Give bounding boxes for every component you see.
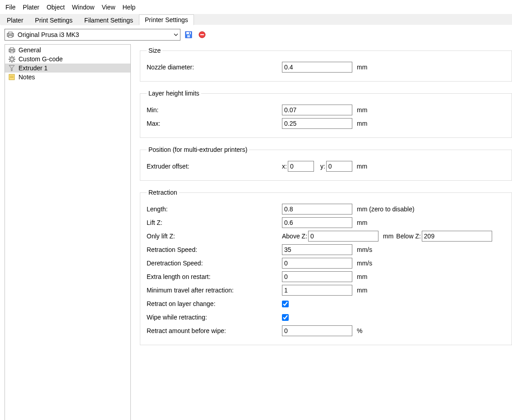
gear-icon (8, 55, 16, 63)
retract-layer-change-checkbox[interactable] (282, 301, 289, 307)
group-layer-height-limits: Layer height limits Min: mm Max: mm (140, 90, 512, 138)
above-z-input[interactable] (308, 231, 378, 242)
unit-label: mm (357, 64, 367, 71)
unit-label: mm/s (357, 260, 372, 267)
menu-object[interactable]: Object (43, 3, 68, 12)
group-legend: Layer height limits (147, 90, 201, 97)
unit-label: mm/s (357, 246, 372, 253)
svg-line-20 (14, 56, 14, 57)
min-travel-label: Minimum travel after retraction: (147, 287, 282, 294)
menu-view[interactable]: View (98, 3, 119, 12)
settings-content: Size Nozzle diameter: mm Layer height li… (131, 42, 512, 420)
svg-rect-5 (187, 35, 190, 37)
menu-bar: File Plater Object Window View Help (0, 0, 512, 14)
below-z-input[interactable] (422, 231, 492, 242)
deretraction-speed-input[interactable] (282, 258, 352, 269)
svg-rect-10 (10, 47, 13, 49)
tab-print-settings[interactable]: Print Settings (29, 15, 78, 25)
extra-length-input[interactable] (282, 271, 352, 282)
svg-point-13 (11, 58, 13, 60)
profile-toolbar: Original Prusa i3 MK3 (0, 25, 512, 42)
menu-window[interactable]: Window (69, 3, 98, 12)
svg-rect-8 (200, 34, 204, 35)
profile-select[interactable]: Original Prusa i3 MK3 (5, 29, 180, 41)
sidebar-item-gcode[interactable]: Custom G-code (5, 55, 130, 64)
retract-layer-change-label: Retract on layer change: (147, 300, 282, 307)
sidebar-item-extruder1[interactable]: Extruder 1 (5, 64, 130, 73)
min-travel-input[interactable] (282, 285, 352, 296)
svg-rect-22 (9, 74, 14, 80)
retract-amount-before-wipe-input[interactable] (282, 325, 352, 336)
unit-label: mm (357, 287, 367, 294)
group-position: Position (for multi-extruder printers) E… (140, 146, 512, 181)
tab-printer-settings[interactable]: Printer Settings (139, 14, 194, 25)
max-input[interactable] (282, 118, 352, 129)
tab-plater[interactable]: Plater (1, 15, 29, 25)
length-label: Length: (147, 205, 282, 213)
svg-line-18 (9, 56, 10, 57)
max-label: Max: (147, 120, 282, 127)
unit-label: mm (357, 219, 367, 226)
tab-strip: Plater Print Settings Filament Settings … (0, 14, 512, 25)
unit-label: mm (357, 120, 367, 127)
sidebar-item-label: Extruder 1 (18, 64, 48, 72)
group-legend: Size (147, 47, 162, 54)
sidebar-item-notes[interactable]: Notes (5, 73, 130, 82)
sidebar-item-label: Notes (18, 73, 35, 81)
svg-rect-2 (9, 36, 12, 37)
svg-rect-4 (186, 32, 191, 34)
nozzle-diameter-label: Nozzle diameter: (147, 64, 282, 71)
profile-name: Original Prusa i3 MK3 (18, 31, 79, 38)
settings-sidebar: General Custom G-code Extruder 1 Notes (5, 44, 131, 420)
wipe-while-retracting-label: Wipe while retracting: (147, 314, 282, 321)
retraction-speed-label: Retraction Speed: (147, 246, 282, 253)
group-retraction: Retraction Length: mm (zero to disable) … (140, 189, 512, 345)
liftz-label: Lift Z: (147, 219, 282, 226)
min-input[interactable] (282, 105, 352, 115)
note-icon (8, 73, 16, 81)
x-label: x: (282, 163, 287, 170)
deretraction-speed-label: Deretraction Speed: (147, 260, 282, 267)
nozzle-diameter-input[interactable] (282, 62, 352, 73)
retraction-speed-input[interactable] (282, 244, 352, 255)
below-z-label: Below Z: (396, 233, 420, 240)
group-legend: Retraction (147, 189, 179, 196)
sidebar-item-label: General (18, 46, 41, 54)
menu-file[interactable]: File (2, 3, 19, 12)
group-legend: Position (for multi-extruder printers) (147, 146, 249, 153)
svg-line-19 (14, 61, 14, 62)
minus-circle-icon (198, 31, 206, 38)
offset-y-input[interactable] (326, 161, 352, 172)
length-input[interactable] (282, 204, 352, 215)
printer-icon (7, 32, 14, 38)
group-size: Size Nozzle diameter: mm (140, 47, 512, 82)
sidebar-item-general[interactable]: General (5, 46, 130, 55)
above-z-label: Above Z: (282, 233, 307, 240)
tab-filament-settings[interactable]: Filament Settings (78, 15, 139, 25)
wipe-while-retracting-checkbox[interactable] (282, 314, 289, 321)
min-label: Min: (147, 106, 282, 114)
save-button[interactable] (183, 29, 194, 40)
funnel-icon (8, 64, 16, 72)
menu-plater[interactable]: Plater (19, 3, 43, 12)
floppy-disk-icon (185, 31, 192, 38)
extruder-offset-label: Extruder offset: (147, 163, 282, 170)
offset-x-input[interactable] (288, 161, 314, 172)
svg-rect-11 (10, 51, 13, 53)
y-label: y: (320, 163, 325, 170)
unit-label: mm (357, 163, 367, 170)
unit-label: mm (zero to disable) (357, 205, 415, 213)
svg-line-21 (9, 61, 10, 62)
unit-label: mm (357, 106, 367, 114)
unit-label: mm (383, 233, 393, 240)
extra-length-label: Extra length on restart: (147, 273, 282, 280)
liftz-input[interactable] (282, 217, 352, 228)
svg-rect-6 (189, 32, 190, 34)
unit-label: % (357, 327, 362, 334)
menu-help[interactable]: Help (119, 3, 139, 12)
printer-icon (8, 46, 16, 54)
main-area: General Custom G-code Extruder 1 Notes S… (0, 42, 512, 420)
chevron-down-icon (174, 33, 178, 36)
retract-amount-before-wipe-label: Retract amount before wipe: (147, 327, 282, 334)
delete-button[interactable] (197, 29, 208, 40)
